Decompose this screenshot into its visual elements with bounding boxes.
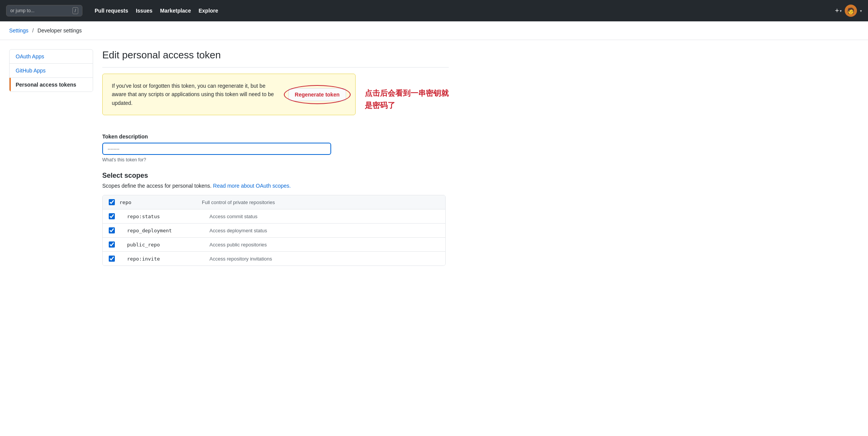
scope-row-public-repo: public_repo Access public repositories — [103, 238, 445, 252]
breadcrumb-current: Developer settings — [37, 27, 82, 34]
scope-desc-repo: Full control of private repositories — [202, 199, 275, 205]
annotation-text: 点击后会看到一串密钥就 是密码了 — [365, 87, 449, 111]
scope-name-public-repo: public_repo — [127, 242, 203, 248]
nav-marketplace[interactable]: Marketplace — [160, 8, 191, 14]
scope-name-repo: repo — [119, 199, 196, 205]
scope-row-repo-status: repo:status Access commit status — [103, 209, 445, 224]
token-desc-input[interactable] — [102, 143, 331, 155]
scope-row-repo-deployment: repo_deployment Access deployment status — [103, 224, 445, 238]
regenerate-token-button[interactable]: Regenerate token — [288, 88, 346, 101]
breadcrumb-settings[interactable]: Settings — [9, 27, 29, 34]
sidebar-item-oauth-apps[interactable]: OAuth Apps — [10, 50, 93, 64]
page-title: Edit personal access token — [102, 49, 449, 68]
scope-name-repo-deployment: repo_deployment — [127, 228, 203, 233]
scopes-box: repo Full control of private repositorie… — [102, 195, 446, 266]
alert-box: If you've lost or forgotten this token, … — [102, 74, 356, 115]
nav-issues[interactable]: Issues — [136, 8, 153, 14]
scopes-title: Select scopes — [102, 172, 449, 180]
scope-checkbox-repo[interactable] — [109, 199, 115, 205]
scope-name-repo-invite: repo:invite — [127, 256, 203, 262]
avatar-caret: ▾ — [860, 9, 862, 13]
content-area: Edit personal access token If you've los… — [102, 49, 449, 275]
search-box[interactable]: or jump to... / — [6, 5, 82, 16]
scope-desc-public-repo: Access public repositories — [209, 242, 267, 248]
scope-checkbox-repo-deployment[interactable] — [109, 227, 115, 233]
scope-checkbox-repo-status[interactable] — [109, 213, 115, 219]
token-desc-label: Token description — [102, 134, 449, 140]
sidebar-item-personal-access-tokens[interactable]: Personal access tokens — [10, 78, 93, 92]
slash-kbd: / — [72, 7, 78, 14]
breadcrumb-separator: / — [32, 27, 34, 34]
nav-links: Pull requests Issues Marketplace Explore — [95, 8, 218, 14]
scope-row-repo-invite: repo:invite Access repository invitation… — [103, 252, 445, 265]
scope-checkbox-repo-invite[interactable] — [109, 256, 115, 262]
new-button[interactable]: + ▾ — [835, 7, 842, 15]
scopes-section: Select scopes Scopes define the access f… — [102, 172, 449, 266]
oauth-scopes-link[interactable]: Read more about OAuth scopes. — [213, 183, 291, 189]
token-hint: What's this token for? — [102, 157, 449, 162]
alert-text: If you've lost or forgotten this token, … — [112, 82, 279, 107]
main-layout: OAuth Apps GitHub Apps Personal access t… — [0, 40, 458, 284]
search-placeholder: or jump to... — [10, 8, 34, 13]
scope-name-repo-status: repo:status — [127, 214, 203, 219]
nav-pull-requests[interactable]: Pull requests — [95, 8, 128, 14]
sidebar: OAuth Apps GitHub Apps Personal access t… — [9, 49, 93, 92]
top-navigation: or jump to... / Pull requests Issues Mar… — [0, 0, 868, 21]
scope-checkbox-public-repo[interactable] — [109, 241, 115, 248]
plus-caret: ▾ — [840, 9, 842, 13]
sidebar-item-github-apps[interactable]: GitHub Apps — [10, 64, 93, 78]
avatar[interactable]: 🧑 — [845, 5, 857, 17]
nav-explore[interactable]: Explore — [198, 8, 218, 14]
scopes-desc: Scopes define the access for personal to… — [102, 183, 449, 189]
scope-desc-repo-status: Access commit status — [209, 214, 258, 219]
token-description-section: Token description What's this token for? — [102, 134, 449, 162]
breadcrumb: Settings / Developer settings — [0, 21, 868, 40]
topnav-right: + ▾ 🧑 ▾ — [835, 5, 862, 17]
scope-desc-repo-deployment: Access deployment status — [209, 228, 267, 233]
scope-row-repo: repo Full control of private repositorie… — [103, 195, 445, 209]
regen-btn-wrapper: Regenerate token — [288, 88, 346, 101]
scope-desc-repo-invite: Access repository invitations — [209, 256, 272, 262]
